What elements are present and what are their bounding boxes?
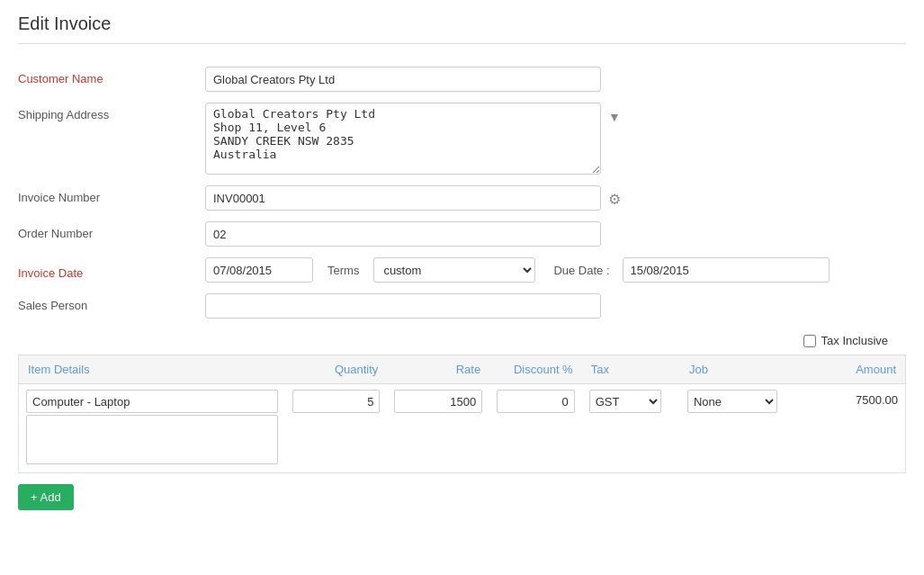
item-name-input[interactable] — [26, 390, 278, 413]
item-qty-input[interactable] — [292, 390, 381, 413]
customer-name-input[interactable] — [205, 67, 601, 92]
item-amount-cell: 7500.00 — [803, 384, 906, 473]
shipping-address-input[interactable]: Global Creators Pty Ltd Shop 11, Level 6… — [205, 103, 601, 175]
table-header-row: Item Details Quantity Rate Discount % Ta… — [19, 355, 906, 384]
tax-inclusive-checkbox[interactable] — [803, 335, 816, 347]
invoice-number-label: Invoice Number — [18, 185, 198, 204]
sales-person-row: Sales Person — [18, 293, 906, 319]
col-header-tax: Tax — [582, 355, 680, 384]
col-header-item-details: Item Details — [19, 355, 285, 384]
order-number-row: Order Number — [18, 221, 906, 247]
item-job-cell: None — [680, 384, 803, 473]
col-header-job: Job — [680, 355, 803, 384]
due-date-label: Due Date : — [553, 264, 609, 277]
order-number-input[interactable] — [205, 221, 601, 247]
address-chevron-icon[interactable]: ▼ — [608, 103, 621, 124]
sales-person-input[interactable] — [205, 293, 601, 319]
invoice-date-terms-row: Invoice Date Terms custom Net 30 Net 60 … — [18, 257, 906, 283]
item-desc-cell — [19, 384, 285, 473]
item-amount: 7500.00 — [811, 390, 898, 407]
form-section: Customer Name Shipping Address Global Cr… — [18, 62, 906, 334]
gear-icon[interactable]: ⚙ — [608, 185, 621, 208]
due-date-input[interactable] — [623, 257, 830, 283]
item-tax-select[interactable]: GST None VAT — [589, 390, 661, 413]
item-qty-cell — [285, 384, 388, 473]
item-rate-cell — [387, 384, 489, 473]
tax-inclusive-row: Tax Inclusive — [18, 334, 906, 347]
item-discount-cell — [489, 384, 581, 473]
invoice-number-input[interactable] — [205, 185, 601, 211]
invoice-date-label: Invoice Date — [18, 261, 198, 280]
add-button[interactable]: + Add — [18, 484, 74, 510]
terms-label: Terms — [327, 264, 359, 277]
page-title: Edit Invoice — [18, 13, 906, 34]
shipping-address-label: Shipping Address — [18, 103, 198, 121]
col-header-discount: Discount % — [489, 355, 581, 384]
invoice-date-input[interactable] — [205, 257, 313, 283]
customer-name-row: Customer Name — [18, 67, 906, 92]
items-table: Item Details Quantity Rate Discount % Ta… — [18, 355, 906, 473]
item-description-input[interactable] — [26, 415, 278, 464]
item-tax-cell: GST None VAT — [582, 384, 680, 473]
customer-name-label: Customer Name — [18, 67, 198, 85]
title-divider — [18, 43, 906, 44]
shipping-address-row: Shipping Address Global Creators Pty Ltd… — [18, 103, 906, 175]
col-header-quantity: Quantity — [285, 355, 388, 384]
item-discount-input[interactable] — [497, 390, 574, 413]
order-number-label: Order Number — [18, 221, 198, 240]
tax-inclusive-label: Tax Inclusive — [821, 334, 888, 347]
table-row: GST None VAT None 7500.00 — [19, 384, 906, 473]
col-header-rate: Rate — [387, 355, 489, 384]
page-container: Edit Invoice Customer Name Shipping Addr… — [0, 0, 924, 575]
terms-select[interactable]: custom Net 30 Net 60 Due on receipt — [373, 257, 535, 283]
col-header-amount: Amount — [803, 355, 906, 384]
sales-person-label: Sales Person — [18, 293, 198, 312]
invoice-number-row: Invoice Number ⚙ — [18, 185, 906, 211]
item-rate-input[interactable] — [394, 390, 482, 413]
item-job-select[interactable]: None — [687, 390, 777, 413]
